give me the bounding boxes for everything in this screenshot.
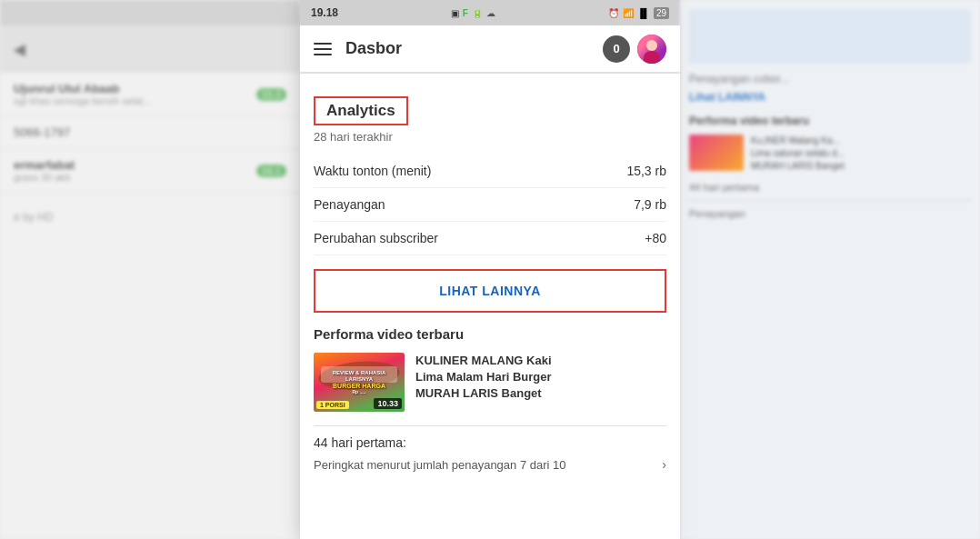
stats-value-subscriber: +80 bbox=[645, 231, 666, 245]
period-days-label: 44 hari pertama: bbox=[314, 435, 666, 450]
avatar[interactable] bbox=[637, 35, 666, 64]
phone-container: 19.18 ▣ F 🔋 ☁ ⏰ 📶 ▐▌ 29 Dasbor 0 bbox=[300, 0, 680, 539]
hamburger-line bbox=[314, 43, 332, 45]
stats-label-penayangan: Penayangan bbox=[314, 197, 385, 212]
chevron-right-icon: › bbox=[662, 457, 666, 472]
right-days-label: 44 hari pertama bbox=[689, 182, 971, 193]
stats-label-watch: Waktu tonton (menit) bbox=[314, 164, 431, 178]
hamburger-menu[interactable] bbox=[314, 43, 332, 55]
left-sidebar-item: Ujunrul Ulul Abaab sgt khas semoga bersi… bbox=[0, 73, 300, 116]
app-icon-green: F bbox=[463, 8, 468, 18]
left-sidebar-item: 5066-1797 bbox=[0, 116, 300, 149]
stats-label-subscriber: Perubahan subscriber bbox=[314, 231, 438, 245]
lihat-lainnya-button[interactable]: LIHAT LAINNYA bbox=[314, 269, 666, 313]
battery-app-icon: 🔋 bbox=[472, 8, 483, 18]
hamburger-line bbox=[314, 48, 332, 50]
right-video-title: Ku,INER Malang Ka...Lima saluran selalu … bbox=[751, 135, 845, 173]
alarm-icon: ⏰ bbox=[608, 8, 619, 18]
video-badge: 1 PORSI bbox=[316, 401, 349, 409]
analytics-header-box: Analytics bbox=[314, 96, 408, 125]
message-icon: ▣ bbox=[451, 8, 459, 18]
status-icons: ▣ F 🔋 ☁ bbox=[451, 8, 495, 18]
video-info: KULINER MALANG Kaki Lima Malam Hari Burg… bbox=[415, 353, 666, 412]
status-time: 19.18 bbox=[311, 6, 338, 19]
right-lihat-label: Lihat LAINNYA bbox=[689, 91, 971, 104]
rank-row[interactable]: Peringkat menurut jumlah penayangan 7 da… bbox=[314, 457, 666, 472]
right-performa-title: Performa video terbaru bbox=[689, 115, 971, 127]
header-left: Dasbor bbox=[314, 39, 402, 58]
stats-value-watch: 15,3 rb bbox=[626, 164, 666, 178]
analytics-title: Analytics bbox=[326, 102, 395, 119]
video-row: REVIEW & RAHASIA LARISNYA BURGER HARGA R… bbox=[314, 353, 666, 412]
stats-row-subscriber: Perubahan subscriber +80 bbox=[314, 222, 666, 255]
lihat-lainnya-label: LIHAT LAINNYA bbox=[439, 284, 541, 298]
thumbnail-review-text: REVIEW & RAHASIA LARISNYA bbox=[333, 370, 386, 383]
content-area[interactable]: Analytics 28 hari terakhir Waktu tonton … bbox=[300, 83, 680, 539]
right-thumb bbox=[689, 135, 744, 171]
period-label: 28 hari terakhir bbox=[314, 130, 666, 144]
signal-icon: ▐▌ bbox=[637, 8, 650, 18]
app-title: Dasbor bbox=[345, 39, 402, 58]
header-right: 0 bbox=[603, 35, 666, 64]
video-duration: 10.33 bbox=[374, 398, 402, 409]
left-sidebar-item: ermarfabat grass 30 akit 16.1 bbox=[0, 149, 300, 193]
thumbnail-harga-text: Rp ..... bbox=[333, 389, 386, 394]
right-penayangan-label: Penayangan bbox=[689, 208, 971, 219]
header-divider bbox=[300, 73, 680, 74]
right-video-row: Ku,INER Malang Ka...Lima saluran selalu … bbox=[689, 135, 971, 173]
wifi-icon: 📶 bbox=[623, 8, 634, 18]
performa-section-title: Performa video terbaru bbox=[314, 326, 666, 342]
right-sidebar-blue-box bbox=[689, 9, 971, 64]
thumbnail-text-overlay: REVIEW & RAHASIA LARISNYA BURGER HARGA R… bbox=[333, 370, 386, 394]
rank-text: Peringkat menurut jumlah penayangan 7 da… bbox=[314, 458, 566, 472]
video-thumbnail[interactable]: REVIEW & RAHASIA LARISNYA BURGER HARGA R… bbox=[314, 353, 405, 412]
status-bar: 19.18 ▣ F 🔋 ☁ ⏰ 📶 ▐▌ 29 bbox=[300, 0, 680, 25]
right-sidebar-text: Penayangan cobor... bbox=[689, 73, 971, 85]
left-sidebar: ◀ Ujunrul Ulul Abaab sgt khas semoga ber… bbox=[0, 0, 300, 539]
hamburger-line bbox=[314, 54, 332, 55]
status-right-icons: ⏰ 📶 ▐▌ 29 bbox=[608, 7, 669, 19]
right-sidebar: Penayangan cobor... Lihat LAINNYA Perfor… bbox=[680, 0, 980, 539]
notification-badge[interactable]: 0 bbox=[603, 35, 630, 63]
stats-row-watch-time: Waktu tonton (menit) 15,3 rb bbox=[314, 155, 666, 188]
battery-level: 29 bbox=[654, 7, 669, 19]
video-title: KULINER MALANG Kaki Lima Malam Hari Burg… bbox=[415, 353, 666, 403]
cloud-icon: ☁ bbox=[486, 8, 495, 18]
video-divider bbox=[314, 425, 666, 426]
stats-value-penayangan: 7,9 rb bbox=[634, 197, 666, 212]
app-header: Dasbor 0 bbox=[300, 25, 680, 73]
stats-row-penayangan: Penayangan 7,9 rb bbox=[314, 188, 666, 222]
